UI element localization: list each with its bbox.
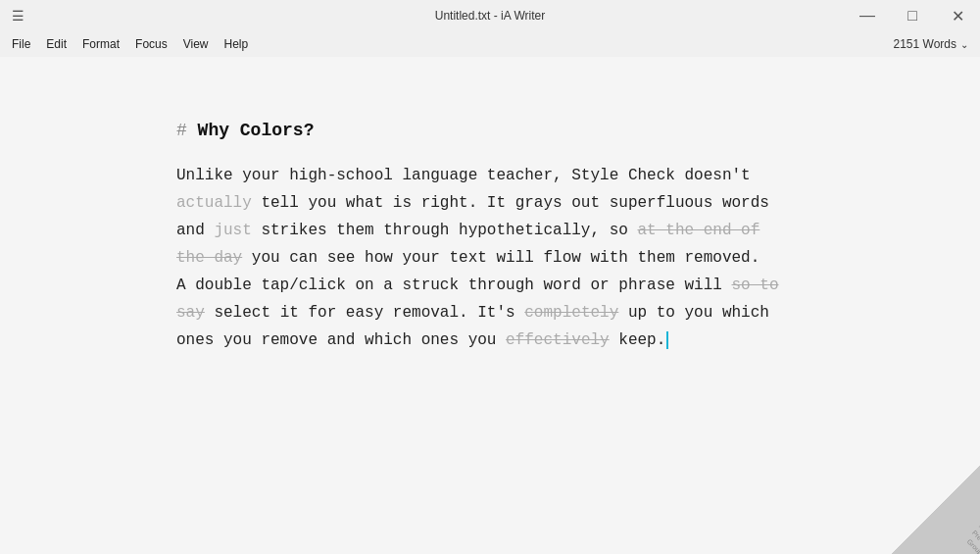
editor-content[interactable]: # Why Colors? Unlike your high-school la…	[157, 57, 823, 413]
window-title: Untitled.txt - iA Writer	[435, 9, 545, 23]
para-gray-actually: actually	[176, 194, 252, 212]
para-text-6: A double tap/click on a struck through w…	[176, 277, 732, 294]
menu-bar: File Edit Format Focus View Help 2151 Wo…	[0, 31, 980, 57]
para-gray-just: just	[214, 222, 251, 239]
text-cursor	[666, 331, 668, 349]
para-text-10: keep.	[610, 331, 666, 349]
title-bar-left: ☰	[12, 8, 32, 24]
para-text-7: select it for easy removal. It's	[205, 304, 524, 322]
window-controls: — □ ✕	[845, 0, 980, 31]
heading: # Why Colors?	[176, 116, 804, 146]
word-count-chevron-icon[interactable]: ⌄	[960, 39, 968, 50]
menu-bar-right: 2151 Words ⌄	[894, 37, 976, 51]
paragraph[interactable]: Unlike your high-school language teacher…	[176, 162, 804, 354]
para-strike-say: say	[176, 304, 205, 322]
hamburger-icon[interactable]: ☰	[12, 8, 24, 24]
menu-help[interactable]: Help	[217, 35, 257, 53]
menu-format[interactable]: Format	[74, 35, 127, 53]
para-text-1: Unlike your high-school language teacher…	[176, 167, 751, 184]
heading-text: Why Colors?	[187, 121, 315, 140]
menu-file[interactable]: File	[4, 35, 38, 53]
para-text-5: you can see how your text will flow with…	[242, 249, 760, 267]
para-text-3: and	[176, 222, 214, 239]
para-text-2: tell you what is right. It grays out sup…	[252, 194, 769, 212]
watermark-text: AppliEd Preview Group	[963, 521, 980, 554]
para-strike-theday: the day	[176, 249, 242, 267]
heading-hash: #	[176, 121, 187, 140]
para-strike-attheendof: at the end of	[637, 222, 760, 239]
word-count: 2151 Words	[894, 37, 956, 51]
title-bar: ☰ Untitled.txt - iA Writer — □ ✕	[0, 0, 980, 31]
para-strike-effectively: effectively	[506, 331, 610, 349]
menu-edit[interactable]: Edit	[38, 35, 74, 53]
close-button[interactable]: ✕	[935, 0, 980, 31]
menu-view[interactable]: View	[175, 35, 217, 53]
para-text-4: strikes them through hypothetically, so	[252, 222, 638, 239]
para-strike-soto: so to	[732, 277, 779, 294]
para-strike-completely: completely	[524, 304, 618, 322]
minimize-button[interactable]: —	[845, 0, 890, 31]
maximize-button[interactable]: □	[890, 0, 935, 31]
para-text-9: ones you remove and which ones you	[176, 331, 506, 349]
menu-focus[interactable]: Focus	[127, 35, 175, 53]
menu-bar-left: File Edit Format Focus View Help	[4, 35, 256, 53]
para-text-8: up to you which	[618, 304, 769, 322]
watermark: AppliEd Preview Group	[892, 466, 980, 554]
editor-area[interactable]: # Why Colors? Unlike your high-school la…	[0, 57, 980, 554]
